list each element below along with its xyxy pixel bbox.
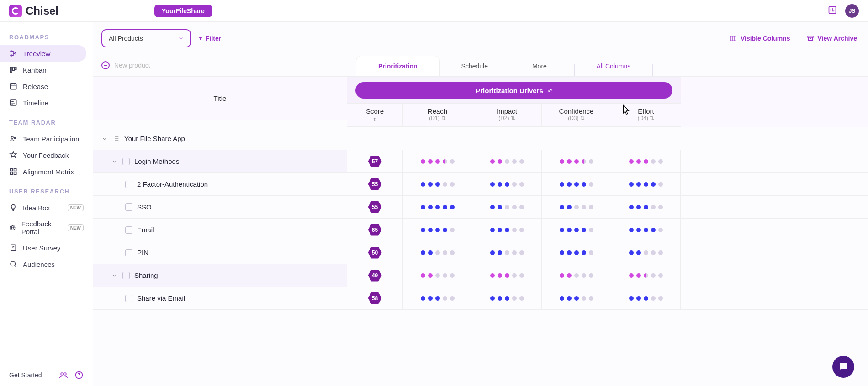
reach-cell[interactable] bbox=[403, 287, 472, 310]
nav-kanban[interactable]: Kanban bbox=[0, 62, 93, 78]
row-checkbox[interactable] bbox=[125, 181, 132, 188]
col-score[interactable]: Score⇅ bbox=[347, 104, 403, 126]
item-title[interactable]: Email bbox=[93, 219, 347, 241]
confidence-cell[interactable] bbox=[542, 241, 611, 264]
nav-feedback-portal[interactable]: Feedback PortalNEW bbox=[0, 216, 93, 240]
filter-button[interactable]: Filter bbox=[197, 35, 221, 42]
reach-cell[interactable] bbox=[403, 196, 472, 219]
drivers-pill[interactable]: Prioritization Drivers ⤢ bbox=[355, 82, 672, 99]
impact-cell[interactable] bbox=[472, 264, 542, 287]
chat-fab[interactable] bbox=[832, 356, 854, 378]
view-archive-button[interactable]: View Archive bbox=[807, 35, 857, 42]
svg-rect-4 bbox=[10, 67, 12, 73]
confidence-cell[interactable] bbox=[542, 150, 611, 173]
chevron-down-icon[interactable] bbox=[101, 136, 108, 142]
get-started-link[interactable]: Get Started bbox=[9, 371, 53, 379]
section-roadmaps: ROADMAPS bbox=[0, 34, 93, 45]
row-label: SSO bbox=[137, 203, 152, 211]
row-checkbox[interactable] bbox=[122, 272, 130, 279]
svg-rect-22 bbox=[808, 36, 813, 37]
impact-cell[interactable] bbox=[472, 173, 542, 196]
item-title[interactable]: 2 Factor-Authentication bbox=[93, 173, 347, 196]
chevron-down-icon[interactable] bbox=[111, 272, 118, 279]
product-select[interactable]: All Products bbox=[101, 29, 191, 47]
logo-mark-icon bbox=[9, 5, 22, 17]
item-title[interactable]: Share via Email bbox=[93, 287, 347, 310]
nav-your-feedback[interactable]: Your Feedback bbox=[0, 147, 93, 163]
effort-cell[interactable] bbox=[611, 241, 681, 264]
columns-icon bbox=[730, 35, 737, 42]
avatar[interactable]: JS bbox=[845, 4, 859, 18]
reach-cell[interactable] bbox=[403, 173, 472, 196]
tab-all-columns[interactable]: All Columns bbox=[575, 56, 653, 76]
nav-idea-box[interactable]: Idea BoxNEW bbox=[0, 199, 93, 216]
confidence-cell[interactable] bbox=[542, 219, 611, 241]
nav-alignment-matrix[interactable]: Alignment Matrix bbox=[0, 163, 93, 180]
expand-icon: ⤢ bbox=[548, 87, 552, 94]
effort-cell[interactable] bbox=[611, 264, 681, 287]
new-badge: NEW bbox=[68, 204, 84, 211]
nav-release[interactable]: Release bbox=[0, 78, 93, 94]
confidence-cell[interactable] bbox=[542, 264, 611, 287]
item-title[interactable]: PIN bbox=[93, 241, 347, 264]
group-title[interactable]: Login Methods bbox=[93, 150, 347, 173]
effort-cell[interactable] bbox=[611, 287, 681, 310]
row-checkbox[interactable] bbox=[125, 295, 132, 302]
impact-cell[interactable] bbox=[472, 219, 542, 241]
nav-treeview[interactable]: Treeview bbox=[0, 45, 86, 62]
tab-schedule[interactable]: Schedule bbox=[439, 56, 510, 76]
confidence-cell[interactable] bbox=[542, 287, 611, 310]
tab-more[interactable]: More... bbox=[510, 56, 574, 76]
score-badge: 57 bbox=[368, 156, 382, 167]
treeview-grid: New product Prioritization Schedule More… bbox=[93, 54, 868, 310]
impact-cell[interactable] bbox=[472, 241, 542, 264]
col-reach[interactable]: Reach(D1) ⇅ bbox=[403, 104, 472, 126]
workspace-chip[interactable]: YourFileShare bbox=[154, 5, 212, 17]
col-impact[interactable]: Impact(D2) ⇅ bbox=[472, 104, 542, 126]
help-icon[interactable] bbox=[74, 370, 84, 380]
app-name: Chisel bbox=[26, 5, 58, 17]
reach-cell[interactable] bbox=[403, 241, 472, 264]
new-product-button[interactable]: New product bbox=[93, 54, 347, 77]
nav-audiences[interactable]: Audiences bbox=[0, 256, 93, 272]
item-title[interactable]: SSO bbox=[93, 196, 347, 219]
reach-cell[interactable] bbox=[403, 264, 472, 287]
effort-cell[interactable] bbox=[611, 196, 681, 219]
row-checkbox[interactable] bbox=[125, 203, 132, 211]
row-checkbox[interactable] bbox=[122, 158, 130, 165]
chart-icon[interactable] bbox=[828, 5, 837, 16]
svg-rect-14 bbox=[14, 172, 16, 175]
impact-cell[interactable] bbox=[472, 150, 542, 173]
team-icon[interactable] bbox=[59, 370, 68, 380]
svg-point-10 bbox=[14, 137, 16, 139]
score-cell: 57 bbox=[347, 150, 403, 173]
svg-point-9 bbox=[11, 136, 14, 139]
svg-point-2 bbox=[11, 55, 12, 56]
col-effort[interactable]: Effort(D4) ⇅ bbox=[611, 104, 681, 126]
row-checkbox[interactable] bbox=[125, 226, 132, 234]
effort-cell[interactable] bbox=[611, 150, 681, 173]
nav-team-participation[interactable]: Team Participation bbox=[0, 130, 93, 147]
chevron-down-icon[interactable] bbox=[111, 158, 118, 165]
effort-cell[interactable] bbox=[611, 219, 681, 241]
reach-cell[interactable] bbox=[403, 150, 472, 173]
impact-cell[interactable] bbox=[472, 287, 542, 310]
tab-prioritization[interactable]: Prioritization bbox=[356, 56, 439, 76]
score-cell: 55 bbox=[347, 173, 403, 196]
reach-cell[interactable] bbox=[403, 219, 472, 241]
tree-root-title[interactable]: Your File Share App bbox=[93, 127, 347, 150]
nav-user-survey[interactable]: User Survey bbox=[0, 240, 93, 256]
effort-cell[interactable] bbox=[611, 173, 681, 196]
confidence-cell[interactable] bbox=[542, 173, 611, 196]
score-badge: 49 bbox=[368, 270, 382, 282]
score-cell: 49 bbox=[347, 264, 403, 287]
group-title[interactable]: Sharing bbox=[93, 264, 347, 287]
visible-columns-button[interactable]: Visible Columns bbox=[730, 35, 790, 42]
confidence-cell[interactable] bbox=[542, 196, 611, 219]
col-confidence[interactable]: Confidence(D3) ⇅ bbox=[542, 104, 611, 126]
nav-timeline[interactable]: Timeline bbox=[0, 94, 93, 111]
row-checkbox[interactable] bbox=[125, 249, 132, 256]
score-badge: 65 bbox=[368, 224, 382, 236]
impact-cell[interactable] bbox=[472, 196, 542, 219]
logo[interactable]: Chisel bbox=[9, 5, 58, 17]
